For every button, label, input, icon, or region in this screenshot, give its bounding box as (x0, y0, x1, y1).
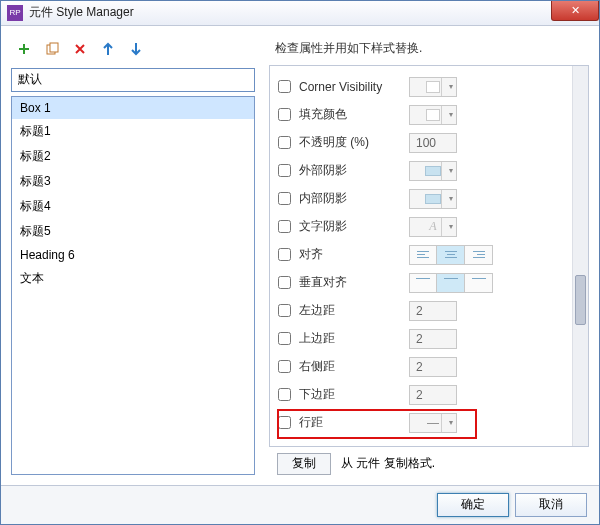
margin_top-checkbox[interactable] (278, 332, 291, 345)
outer_shadow-label: 外部阴影 (299, 162, 409, 179)
outer_shadow-checkbox[interactable] (278, 164, 291, 177)
align-checkbox[interactable] (278, 248, 291, 261)
margin_bottom-input[interactable] (409, 385, 457, 405)
copy-button[interactable]: 复制 (277, 453, 331, 475)
halign-group[interactable] (409, 245, 493, 265)
opacity-checkbox[interactable] (278, 136, 291, 149)
move-down-icon[interactable] (129, 42, 143, 56)
properties-panel: Corner Visibility▾填充颜色▾不透明度 (%)外部阴影▾内部阴影… (269, 65, 589, 447)
text_shadow-label: 文字阴影 (299, 218, 409, 235)
valign-bottom-button[interactable] (465, 273, 493, 293)
fill_color-checkbox[interactable] (278, 108, 291, 121)
corner_visibility-label: Corner Visibility (299, 80, 409, 94)
close-button[interactable]: ✕ (551, 1, 599, 21)
margin_top-input[interactable] (409, 329, 457, 349)
cancel-button[interactable]: 取消 (515, 493, 587, 517)
style-item[interactable]: Box 1 (12, 97, 254, 119)
line_spacing-checkbox[interactable] (278, 416, 291, 429)
scrollbar[interactable] (572, 66, 588, 446)
inner_shadow-control[interactable]: ▾ (409, 189, 457, 209)
style-item[interactable]: 文本 (12, 266, 254, 291)
style-item[interactable]: 标题1 (12, 119, 254, 144)
text_shadow-checkbox[interactable] (278, 220, 291, 233)
margin_left-label: 左边距 (299, 302, 409, 319)
style-item[interactable]: 标题2 (12, 144, 254, 169)
right-pane: 检查属性并用如下样式替换. Corner Visibility▾填充颜色▾不透明… (269, 36, 589, 475)
style-item[interactable]: 标题4 (12, 194, 254, 219)
copy-icon[interactable] (45, 42, 59, 56)
margin_bottom-checkbox[interactable] (278, 388, 291, 401)
prop-row-corner_visibility: Corner Visibility▾ (278, 74, 568, 100)
prop-row-margin_left: 左边距 (278, 298, 568, 324)
style-manager-window: RP 元件 Style Manager ✕ Box 1标题1标题2标题3标题4标… (0, 0, 600, 525)
add-icon[interactable] (17, 42, 31, 56)
margin_right-checkbox[interactable] (278, 360, 291, 373)
align-label: 对齐 (299, 246, 409, 263)
text_shadow-control[interactable]: A▾ (409, 217, 457, 237)
footer: 确定 取消 (1, 485, 599, 524)
margin_right-input[interactable] (409, 357, 457, 377)
copy-row: 复制 从 元件 复制格式. (269, 447, 589, 475)
corner_visibility-control[interactable]: ▾ (409, 77, 457, 97)
titlebar: RP 元件 Style Manager ✕ (1, 1, 599, 26)
left-toolbar (11, 36, 255, 62)
margin_left-checkbox[interactable] (278, 304, 291, 317)
align-center-button[interactable] (437, 245, 465, 265)
valign-group[interactable] (409, 273, 493, 293)
properties-scroll: Corner Visibility▾填充颜色▾不透明度 (%)外部阴影▾内部阴影… (278, 74, 568, 438)
prop-row-text_shadow: 文字阴影A▾ (278, 214, 568, 240)
content-area: Box 1标题1标题2标题3标题4标题5Heading 6文本 检查属性并用如下… (1, 26, 599, 485)
valign-middle-button[interactable] (437, 273, 465, 293)
prop-row-inner_shadow: 内部阴影▾ (278, 186, 568, 212)
prop-row-fill_color: 填充颜色▾ (278, 102, 568, 128)
line-spacing-control[interactable]: —▾ (409, 413, 457, 433)
prop-row-opacity: 不透明度 (%) (278, 130, 568, 156)
margin_top-label: 上边距 (299, 330, 409, 347)
margin_right-label: 右侧距 (299, 358, 409, 375)
prop-row-margin_bottom: 下边距 (278, 382, 568, 408)
opacity-label: 不透明度 (%) (299, 134, 409, 151)
outer_shadow-control[interactable]: ▾ (409, 161, 457, 181)
right-header: 检查属性并用如下样式替换. (269, 36, 589, 65)
style-item[interactable]: 标题5 (12, 219, 254, 244)
margin_left-input[interactable] (409, 301, 457, 321)
margin_bottom-label: 下边距 (299, 386, 409, 403)
opacity-input[interactable] (409, 133, 457, 153)
window-title: 元件 Style Manager (29, 4, 134, 21)
prop-row-margin_right: 右侧距 (278, 354, 568, 380)
delete-icon[interactable] (73, 42, 87, 56)
move-up-icon[interactable] (101, 42, 115, 56)
fill_color-label: 填充颜色 (299, 106, 409, 123)
line_spacing-label: 行距 (299, 414, 409, 431)
inner_shadow-checkbox[interactable] (278, 192, 291, 205)
valign-top-button[interactable] (409, 273, 437, 293)
align-right-button[interactable] (465, 245, 493, 265)
prop-row-outer_shadow: 外部阴影▾ (278, 158, 568, 184)
copy-hint: 从 元件 复制格式. (341, 455, 435, 472)
app-icon: RP (7, 5, 23, 21)
style-item[interactable]: Heading 6 (12, 244, 254, 266)
align-left-button[interactable] (409, 245, 437, 265)
search-input[interactable] (11, 68, 255, 92)
fill_color-control[interactable]: ▾ (409, 105, 457, 125)
prop-row-line_spacing: 行距—▾ (278, 410, 568, 436)
scrollbar-thumb[interactable] (575, 275, 586, 325)
prop-row-margin_top: 上边距 (278, 326, 568, 352)
ok-button[interactable]: 确定 (437, 493, 509, 517)
corner_visibility-checkbox[interactable] (278, 80, 291, 93)
svg-rect-1 (50, 43, 58, 52)
style-list[interactable]: Box 1标题1标题2标题3标题4标题5Heading 6文本 (11, 96, 255, 475)
style-item[interactable]: 标题3 (12, 169, 254, 194)
prop-row-valign: 垂直对齐 (278, 270, 568, 296)
valign-checkbox[interactable] (278, 276, 291, 289)
left-pane: Box 1标题1标题2标题3标题4标题5Heading 6文本 (11, 36, 255, 475)
inner_shadow-label: 内部阴影 (299, 190, 409, 207)
valign-label: 垂直对齐 (299, 274, 409, 291)
prop-row-align: 对齐 (278, 242, 568, 268)
